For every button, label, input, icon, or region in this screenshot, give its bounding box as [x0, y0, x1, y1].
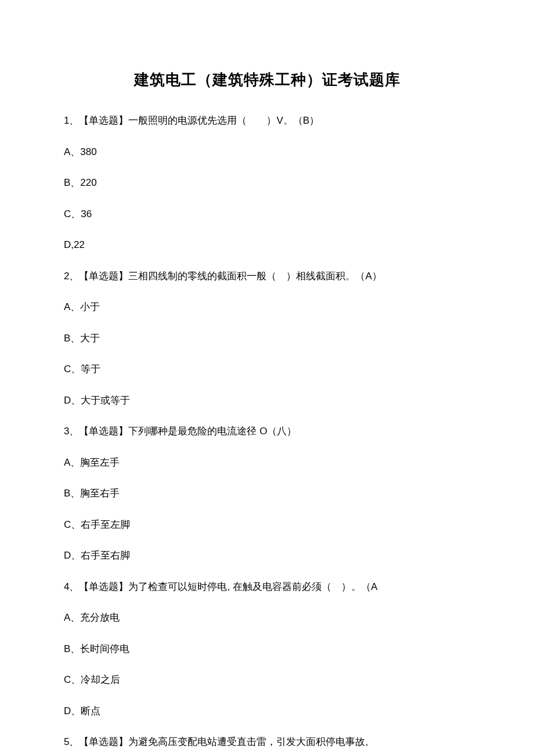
question-3-option-a: A、胸至左手: [64, 455, 470, 470]
question-3-option-c: C、右手至左脚: [64, 517, 470, 532]
question-5-text: 5、【单选题】为避免高压变配电站遭受直击雷，引发大面积停电事故,: [64, 735, 470, 750]
document-title: 建筑电工（建筑特殊工种）证考试题库: [64, 70, 470, 90]
question-1-option-b: B、220: [64, 175, 470, 190]
question-2-option-b: B、大于: [64, 331, 470, 346]
question-3-text: 3、【单选题】下列哪种是最危险的电流途径 O（八）: [64, 424, 470, 439]
question-1-text: 1、【单选题】一般照明的电源优先选用（ ）V。（B）: [64, 113, 470, 128]
question-2-option-d: D、大于或等于: [64, 393, 470, 408]
question-1-option-a: A、380: [64, 145, 470, 160]
question-3-option-d: D、右手至右脚: [64, 548, 470, 563]
question-4-option-d: D、断点: [64, 704, 470, 719]
question-2-text: 2、【单选题】三相四线制的零线的截面积一般（ ）相线截面积。（A）: [64, 269, 470, 284]
question-2-option-c: C、等于: [64, 362, 470, 377]
question-1-option-c: C、36: [64, 207, 470, 222]
question-4-option-a: A、充分放电: [64, 610, 470, 625]
question-4-text: 4、【单选题】为了检查可以短时停电, 在触及电容器前必须（ ）。（A: [64, 579, 470, 595]
question-3-option-b: B、胸至右手: [64, 486, 470, 501]
question-2-option-a: A、小于: [64, 300, 470, 315]
question-4-option-b: B、长时间停电: [64, 642, 470, 657]
question-1-option-d: D,22: [64, 237, 470, 253]
question-4-option-c: C、冷却之后: [64, 672, 470, 687]
